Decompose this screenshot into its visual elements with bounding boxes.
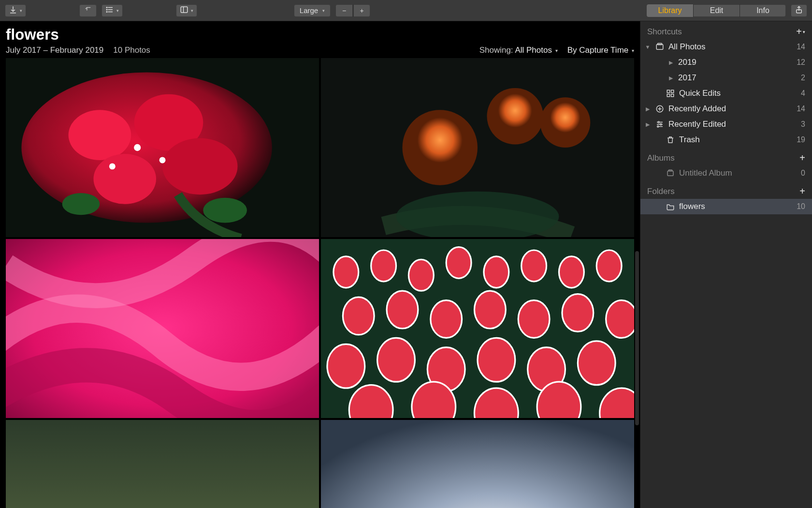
svg-rect-53: [6, 420, 319, 508]
svg-point-18: [160, 157, 166, 163]
folder-icon: [666, 202, 675, 211]
svg-point-31: [484, 256, 509, 288]
thumbnail[interactable]: [6, 58, 319, 237]
scrollbar-vertical[interactable]: [635, 251, 639, 425]
tab-library[interactable]: Library: [647, 4, 693, 17]
content-area: flowers July 2017 – February 2019 10 Pho…: [0, 21, 640, 508]
thumbnail[interactable]: [321, 420, 634, 508]
svg-point-29: [408, 259, 434, 291]
sidebar-item-untitled-album[interactable]: Untitled Album 0: [640, 165, 812, 181]
thumbnail[interactable]: [6, 239, 319, 418]
svg-point-39: [518, 300, 550, 338]
chevron-down-icon: ▾: [20, 8, 22, 13]
thumbnail[interactable]: [321, 58, 634, 237]
sidebar-item-quick-edits[interactable]: Quick Edits 4: [640, 86, 812, 101]
sort-dropdown[interactable]: By Capture Time ▾: [567, 45, 634, 55]
svg-point-5: [106, 12, 107, 13]
collection-title: flowers: [6, 26, 634, 44]
svg-point-16: [62, 193, 100, 215]
add-album-button[interactable]: +: [799, 152, 805, 164]
chevron-down-icon: ▾: [322, 8, 325, 13]
svg-point-19: [109, 163, 116, 169]
svg-point-41: [606, 300, 634, 338]
back-up-button[interactable]: [79, 4, 97, 17]
add-folder-button[interactable]: +: [799, 186, 805, 197]
thumbnail[interactable]: [6, 420, 319, 508]
disclosure-closed-icon[interactable]: ▶: [667, 75, 674, 81]
svg-rect-59: [656, 45, 663, 50]
trash-icon: [666, 135, 675, 144]
svg-point-69: [658, 121, 659, 123]
svg-point-45: [478, 338, 515, 382]
thumbnail[interactable]: [321, 239, 634, 418]
chevron-down-icon: ▾: [116, 8, 119, 13]
sidebar: Shortcuts +▾ ▼ All Photos 14 ▶ 2019 12 ▶…: [640, 21, 812, 508]
svg-point-4: [106, 9, 107, 10]
sidebar-section-albums: Albums +: [640, 148, 812, 165]
album-icon: [666, 169, 675, 178]
zoom-in-button[interactable]: +: [353, 4, 370, 17]
svg-point-13: [162, 138, 238, 195]
svg-point-71: [660, 124, 662, 125]
svg-point-3: [106, 7, 107, 8]
svg-point-21: [402, 110, 478, 185]
svg-point-47: [578, 341, 615, 385]
share-icon: [795, 5, 803, 15]
disclosure-open-icon[interactable]: ▼: [644, 44, 651, 50]
sidebar-item-trash[interactable]: Trash 19: [640, 132, 812, 148]
showing-filter[interactable]: Showing: All Photos ▾: [479, 45, 558, 55]
disclosure-closed-icon[interactable]: ▶: [644, 121, 651, 128]
svg-point-40: [562, 294, 594, 332]
layout-toggle-button[interactable]: ▾: [176, 4, 197, 17]
plus-icon: +: [799, 186, 805, 197]
svg-point-23: [540, 97, 591, 148]
list-icon: [105, 5, 114, 15]
svg-point-28: [371, 250, 396, 282]
sidebar-item-2017[interactable]: ▶ 2017 2: [640, 70, 812, 86]
plus-circle-icon: [655, 105, 665, 113]
sidebar-item-all-photos[interactable]: ▼ All Photos 14: [640, 39, 812, 55]
svg-rect-62: [671, 90, 674, 92]
svg-rect-56: [321, 420, 634, 508]
arrow-up-left-icon: [84, 5, 92, 15]
svg-point-17: [134, 144, 141, 151]
svg-point-33: [559, 256, 584, 288]
minus-icon: −: [342, 7, 346, 15]
share-button[interactable]: [791, 4, 807, 17]
disclosure-closed-icon[interactable]: ▶: [644, 106, 651, 112]
zoom-out-button[interactable]: −: [335, 4, 353, 17]
sliders-icon: [655, 120, 665, 129]
plus-icon: +: [796, 26, 802, 37]
tab-edit[interactable]: Edit: [693, 4, 740, 17]
list-options-button[interactable]: ▾: [102, 4, 123, 17]
svg-point-37: [431, 300, 462, 338]
svg-rect-61: [667, 90, 669, 92]
sidebar-section-shortcuts: Shortcuts +▾: [640, 21, 812, 39]
chevron-down-icon: ▾: [632, 48, 634, 53]
svg-point-34: [596, 250, 622, 282]
thumbnail-size-label: Large: [300, 6, 320, 15]
sidebar-item-recently-added[interactable]: ▶ Recently Added 14: [640, 101, 812, 117]
sidebar-item-flowers[interactable]: flowers 10: [640, 199, 812, 214]
sidebar-item-recently-edited[interactable]: ▶ Recently Edited 3: [640, 117, 812, 132]
import-button[interactable]: ▾: [5, 4, 26, 17]
add-shortcut-button[interactable]: +▾: [796, 26, 805, 37]
panel-tabs: Library Edit Info: [647, 4, 786, 17]
svg-point-73: [657, 126, 659, 127]
sidebar-item-2019[interactable]: ▶ 2019 12: [640, 55, 812, 70]
svg-point-38: [475, 291, 506, 329]
svg-rect-74: [667, 171, 673, 176]
disclosure-closed-icon[interactable]: ▶: [667, 60, 674, 66]
svg-point-14: [93, 154, 156, 204]
chevron-down-icon: ▾: [555, 48, 558, 53]
svg-point-42: [327, 344, 365, 388]
plus-icon: +: [360, 7, 363, 15]
svg-rect-6: [181, 7, 188, 13]
svg-point-36: [387, 291, 418, 329]
zoom-group: − +: [335, 4, 370, 17]
thumbnail-size-select[interactable]: Large ▾: [294, 4, 331, 17]
tab-info[interactable]: Info: [740, 4, 786, 17]
svg-point-27: [334, 256, 359, 288]
svg-rect-75: [668, 170, 672, 171]
svg-point-30: [446, 247, 471, 279]
